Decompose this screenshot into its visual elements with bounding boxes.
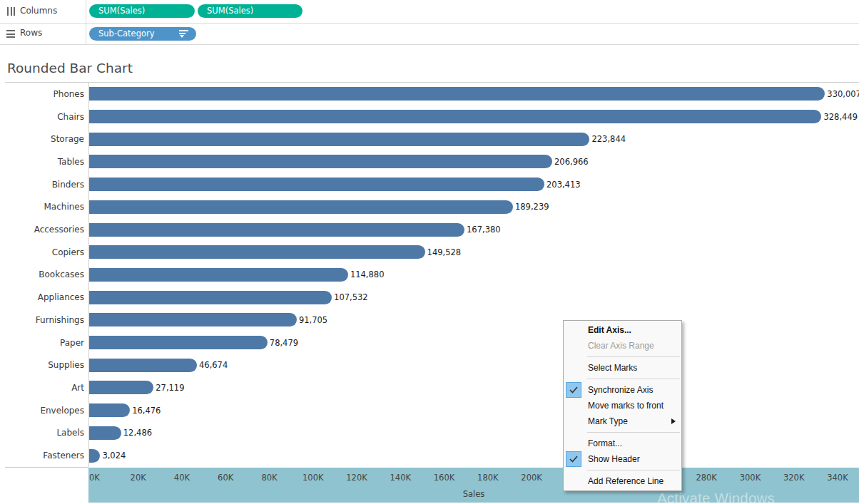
- value-label: 78,479: [270, 338, 298, 348]
- bar-row: Fasteners3,024: [0, 444, 859, 467]
- bar-area: 206,966: [89, 155, 859, 168]
- bar[interactable]: [89, 245, 425, 259]
- menu-item-edit-axis[interactable]: Edit Axis...: [564, 322, 681, 338]
- menu-item-add-reference-line[interactable]: Add Reference Line: [564, 473, 681, 489]
- menu-item-show-header[interactable]: Show Header: [564, 451, 681, 467]
- value-label: 27,119: [156, 383, 184, 393]
- category-label[interactable]: Storage: [0, 134, 86, 144]
- category-label[interactable]: Paper: [0, 338, 86, 348]
- category-label[interactable]: Bookcases: [0, 269, 86, 279]
- sort-descending-icon[interactable]: [179, 30, 189, 38]
- bar-area: 78,479: [89, 336, 859, 349]
- x-tick-label: 340K: [827, 473, 848, 483]
- category-label[interactable]: Fasteners: [0, 451, 86, 461]
- bar-row: Furnishings91,705: [0, 309, 859, 331]
- shelf-divider: [86, 0, 86, 44]
- bar-row: Machines189,239: [0, 196, 859, 219]
- bar[interactable]: [89, 87, 825, 101]
- menu-item-mark-type[interactable]: Mark Type: [564, 413, 681, 429]
- bar-row: Paper78,479: [0, 331, 859, 354]
- rows-icon: [6, 30, 15, 38]
- value-label: 167,380: [467, 225, 501, 235]
- bar[interactable]: [89, 381, 153, 394]
- category-label[interactable]: Supplies: [0, 360, 86, 370]
- pill-label: SUM(Sales): [198, 6, 253, 16]
- bar-area: 3,024: [89, 449, 859, 463]
- x-axis-title: Sales: [463, 489, 485, 499]
- axis-context-menu: Edit Axis...Clear Axis RangeSelect Marks…: [563, 320, 682, 491]
- x-tick-label: 280K: [696, 473, 717, 483]
- bar[interactable]: [89, 336, 268, 349]
- pill-sub-category[interactable]: Sub-Category: [89, 27, 196, 41]
- bar-row: Copiers149,528: [0, 241, 859, 264]
- bar[interactable]: [89, 155, 552, 168]
- category-label[interactable]: Tables: [0, 157, 86, 167]
- menu-separator: [587, 379, 680, 379]
- menu-item-move-marks-to-front[interactable]: Move marks to front: [564, 398, 681, 413]
- bar-area: 16,476: [89, 403, 859, 417]
- pill-sum-sales-2[interactable]: SUM(Sales): [198, 4, 303, 18]
- bar-row: Labels12,486: [0, 422, 859, 445]
- category-label[interactable]: Art: [0, 383, 86, 393]
- category-label[interactable]: Chairs: [0, 112, 86, 122]
- bar[interactable]: [89, 291, 332, 304]
- rows-shelf-label: Rows: [20, 28, 42, 38]
- category-label[interactable]: Envelopes: [0, 406, 86, 416]
- category-label[interactable]: Binders: [0, 180, 86, 190]
- checkmark-icon: [566, 451, 581, 467]
- value-label: 328,449: [823, 112, 858, 122]
- columns-shelf-label: Columns: [20, 6, 57, 16]
- bar[interactable]: [89, 313, 297, 326]
- bar[interactable]: [89, 403, 130, 417]
- bar-row: Tables206,966: [0, 150, 859, 173]
- menu-item-synchronize-axis[interactable]: Synchronize Axis: [564, 382, 681, 398]
- bar[interactable]: [89, 223, 464, 237]
- bar[interactable]: [89, 133, 589, 146]
- bar[interactable]: [89, 268, 348, 282]
- x-tick-label: 300K: [740, 473, 761, 483]
- category-label[interactable]: Labels: [0, 428, 86, 438]
- submenu-arrow-icon: [671, 418, 676, 424]
- value-label: 330,007: [827, 89, 859, 99]
- category-label[interactable]: Furnishings: [0, 315, 86, 325]
- pill-label: SUM(Sales): [89, 6, 145, 16]
- bar-row: Accessories167,380: [0, 218, 859, 241]
- bar[interactable]: [89, 449, 100, 463]
- x-tick-label: 60K: [218, 473, 233, 483]
- bar-area: 27,119: [89, 381, 859, 394]
- checkmark-icon: [566, 382, 581, 398]
- x-tick-label: 320K: [783, 473, 805, 483]
- x-tick-label: 100K: [303, 473, 324, 483]
- x-tick-label: 20K: [131, 473, 146, 483]
- bar[interactable]: [89, 110, 821, 123]
- bar[interactable]: [89, 426, 121, 440]
- value-label: 223,844: [591, 134, 626, 144]
- category-label[interactable]: Phones: [0, 89, 86, 99]
- bar-row: Appliances107,532: [0, 286, 859, 309]
- bar-chart: Phones330,007Chairs328,449Storage223,844…: [0, 83, 859, 467]
- value-label: 206,966: [554, 157, 589, 167]
- category-label[interactable]: Machines: [0, 202, 86, 212]
- bar-row: Chairs328,449: [0, 106, 859, 128]
- category-label[interactable]: Copiers: [0, 247, 86, 257]
- x-tick-label: 80K: [261, 473, 277, 483]
- menu-separator: [587, 470, 680, 470]
- bar[interactable]: [89, 178, 544, 191]
- menu-item-select-marks[interactable]: Select Marks: [564, 360, 681, 376]
- value-label: 149,528: [427, 247, 462, 257]
- bar[interactable]: [89, 359, 197, 372]
- value-label: 3,024: [102, 451, 126, 461]
- x-tick-label: 200K: [521, 473, 542, 483]
- bar-area: 203,413: [89, 178, 859, 191]
- bar-row: Binders203,413: [0, 173, 859, 196]
- value-label: 107,532: [334, 292, 368, 302]
- bar[interactable]: [89, 200, 513, 214]
- bar-area: 91,705: [89, 313, 859, 326]
- menu-separator: [587, 356, 680, 357]
- menu-item-format[interactable]: Format...: [564, 436, 681, 451]
- category-label[interactable]: Accessories: [0, 225, 86, 235]
- value-label: 91,705: [299, 315, 327, 325]
- value-label: 114,880: [350, 269, 385, 279]
- category-label[interactable]: Appliances: [0, 292, 86, 302]
- pill-sum-sales-1[interactable]: SUM(Sales): [89, 4, 195, 18]
